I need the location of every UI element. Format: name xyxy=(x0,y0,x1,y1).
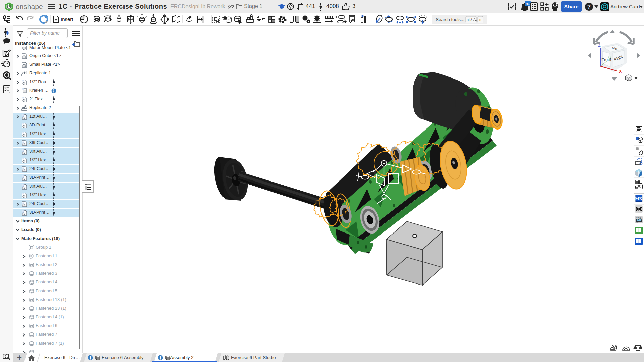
svg-text:Z: Z xyxy=(598,43,600,48)
svg-text:9+: 9+ xyxy=(526,2,530,6)
svg-text:alt/: alt/ xyxy=(467,18,472,22)
svg-text:Search tools...: Search tools... xyxy=(436,17,464,22)
svg-text:?: ? xyxy=(587,4,591,10)
svg-text:X: X xyxy=(619,69,622,74)
svg-text:故事接: 故事接 xyxy=(636,216,641,219)
svg-text:MK: MK xyxy=(635,196,643,201)
svg-text:c: c xyxy=(479,18,481,22)
